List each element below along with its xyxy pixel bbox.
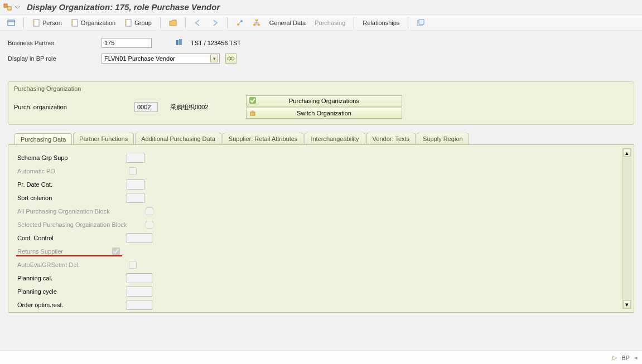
- sel-block-label: Selected Purchasing Orgainzation Block: [15, 221, 143, 228]
- purchasing-label: Purchasing: [315, 20, 345, 26]
- all-block-checkbox: [146, 207, 153, 215]
- main-toolbar: Person Organization Group General Data P…: [0, 14, 642, 31]
- separator: [23, 17, 24, 28]
- svg-rect-2: [8, 20, 15, 26]
- bp-input[interactable]: [102, 38, 152, 48]
- search-button[interactable]: [225, 54, 236, 64]
- relationships-button[interactable]: Relationships: [360, 18, 402, 28]
- sort-input[interactable]: [127, 193, 144, 203]
- bp-description: TST / 123456 TST: [191, 40, 241, 46]
- purch-org-desc: 采购组织0002: [170, 103, 237, 111]
- btn1-label: Purchasing Organizations: [289, 98, 359, 104]
- purch-org-value[interactable]: 0002: [134, 102, 158, 112]
- tab-additional-purchasing[interactable]: Additional Purchasing Data: [135, 133, 221, 144]
- role-label: Display in BP role: [8, 55, 97, 62]
- title-bar: Display Organization: 175, role Purchase…: [0, 0, 642, 14]
- tab-interchangeability[interactable]: Interchangeability: [305, 133, 365, 144]
- scroll-up-icon[interactable]: ▴: [623, 149, 631, 157]
- plan-cal-input[interactable]: [127, 273, 152, 283]
- tab-supplier-retail[interactable]: Supplier: Retail Attributes: [223, 133, 304, 144]
- svg-rect-1: [8, 7, 11, 10]
- chevron-down-icon[interactable]: ▾: [210, 55, 218, 62]
- app-menu-icon[interactable]: [3, 3, 12, 12]
- purch-org-panel: Purchasing Organization Purch. organizat…: [8, 81, 634, 125]
- svg-rect-23: [249, 97, 256, 104]
- status-play-icon[interactable]: ▷: [612, 354, 617, 361]
- person-label: Person: [42, 20, 62, 26]
- schema-grp-input[interactable]: [127, 153, 144, 163]
- order-optim-input[interactable]: [127, 300, 152, 310]
- svg-rect-10: [255, 20, 258, 21]
- group-button[interactable]: Group: [122, 17, 155, 28]
- person-button[interactable]: Person: [30, 17, 65, 28]
- footer-bp-label: BP: [621, 355, 630, 361]
- back-icon[interactable]: [191, 17, 205, 28]
- footer: ▷ BP ◂: [0, 351, 642, 364]
- toggle-icon[interactable]: [4, 17, 18, 28]
- separator: [408, 17, 408, 28]
- sel-block-checkbox: [146, 221, 153, 229]
- tab-pane: Schema Grp Supp Automatic PO Pr. Date Ca…: [8, 144, 634, 313]
- purch-org-label: Purch. organization: [14, 104, 125, 110]
- tab-purchasing-data[interactable]: Purchasing Data: [15, 133, 72, 145]
- content-area: Business Partner TST / 123456 TST Displa…: [0, 31, 642, 318]
- scroll-down-icon[interactable]: ▾: [623, 300, 631, 308]
- tab-supply-region[interactable]: Supply Region: [417, 133, 469, 144]
- role-select[interactable]: FLVN01 Purchase Vendor ▾: [102, 54, 220, 64]
- sort-label: Sort criterion: [15, 195, 127, 201]
- lock-icon: [249, 109, 257, 118]
- hierarchy-icon[interactable]: [250, 17, 263, 28]
- svg-rect-19: [179, 39, 182, 45]
- svg-rect-18: [176, 40, 178, 45]
- separator: [160, 17, 161, 28]
- plan-cycle-input[interactable]: [127, 287, 152, 297]
- page-title: Display Organization: 175, role Purchase…: [27, 2, 220, 12]
- order-optim-label: Order optim.rest.: [15, 302, 127, 308]
- highlight-underline: [16, 255, 122, 256]
- group-label: Group: [134, 20, 152, 26]
- schema-grp-label: Schema Grp Supp: [15, 154, 127, 161]
- scrollbar[interactable]: ▴ ▾: [622, 148, 631, 309]
- svg-point-21: [231, 57, 234, 60]
- returns-label: Returns Supplier: [15, 248, 110, 255]
- tab-partner-functions[interactable]: Partner Functions: [73, 133, 134, 144]
- role-value: FLVN01 Purchase Vendor: [104, 55, 175, 62]
- btn2-label: Switch Organization: [297, 110, 351, 117]
- footer-caret-icon[interactable]: ◂: [634, 354, 638, 361]
- svg-rect-24: [250, 112, 255, 115]
- auto-po-label: Automatic PO: [15, 168, 127, 174]
- general-data-label: General Data: [269, 20, 306, 26]
- returns-checkbox: [112, 247, 120, 255]
- all-block-label: All Purchasing Organization Block: [15, 208, 143, 215]
- conf-ctrl-input[interactable]: [127, 233, 152, 243]
- forward-icon[interactable]: [208, 17, 221, 28]
- pr-date-input[interactable]: [127, 179, 144, 190]
- tab-vendor-texts[interactable]: Vendor: Texts: [366, 133, 416, 144]
- switch-org-button[interactable]: Switch Organization: [246, 108, 402, 119]
- auto-po-checkbox: [129, 167, 137, 175]
- dropdown-icon[interactable]: [15, 3, 20, 12]
- check-icon: [249, 96, 257, 105]
- plan-cycle-label: Planning cycle: [15, 288, 127, 295]
- form-grid: Schema Grp Supp Automatic PO Pr. Date Ca…: [15, 152, 266, 311]
- bp-label: Business Partner: [8, 40, 97, 46]
- tabs-row: Purchasing Data Partner Functions Additi…: [8, 133, 634, 144]
- svg-rect-0: [4, 4, 7, 7]
- separator: [354, 17, 354, 28]
- check-icon[interactable]: [233, 17, 247, 28]
- extra-icon[interactable]: [414, 17, 427, 28]
- autoeval-checkbox: [129, 261, 137, 269]
- building-icon: [175, 38, 183, 47]
- svg-line-9: [239, 22, 241, 24]
- svg-rect-17: [419, 20, 424, 25]
- organization-button[interactable]: Organization: [68, 17, 118, 28]
- purchasing-orgs-button[interactable]: Purchasing Organizations: [246, 95, 402, 106]
- tabs-area: Purchasing Data Partner Functions Additi…: [8, 133, 634, 313]
- separator: [227, 17, 228, 28]
- autoeval-label: AutoEvalGRSetmt Del.: [15, 261, 127, 268]
- relationships-label: Relationships: [363, 20, 399, 26]
- pr-date-label: Pr. Date Cat.: [15, 181, 127, 188]
- general-data-button[interactable]: General Data: [267, 18, 308, 28]
- open-icon[interactable]: [166, 17, 180, 28]
- organization-label: Organization: [81, 20, 115, 26]
